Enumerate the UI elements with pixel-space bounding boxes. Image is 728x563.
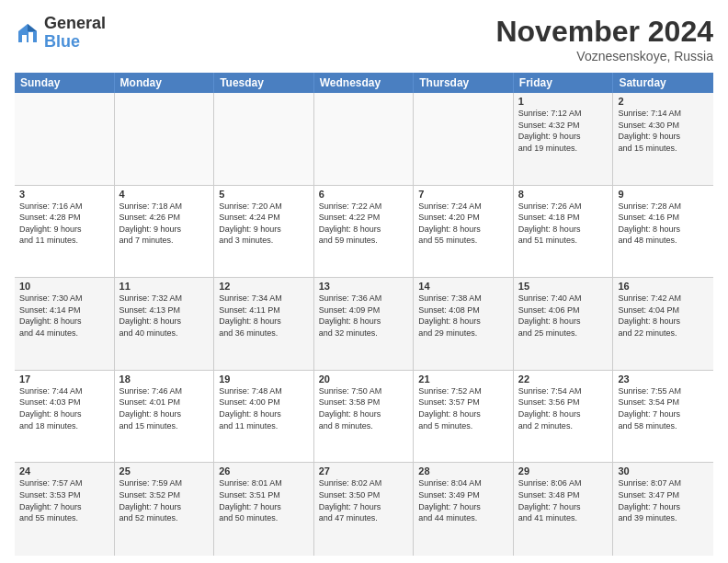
cal-cell-r0-c5: 1Sunrise: 7:12 AM Sunset: 4:32 PM Daylig… bbox=[514, 93, 614, 185]
svg-marker-1 bbox=[28, 24, 37, 31]
cal-cell-r4-c3: 27Sunrise: 8:02 AM Sunset: 3:50 PM Dayli… bbox=[314, 463, 415, 556]
cal-row-3: 17Sunrise: 7:44 AM Sunset: 4:03 PM Dayli… bbox=[15, 371, 713, 464]
cal-cell-r1-c4: 7Sunrise: 7:24 AM Sunset: 4:20 PM Daylig… bbox=[414, 186, 514, 278]
day-number: 24 bbox=[19, 465, 109, 477]
day-info: Sunrise: 8:01 AM Sunset: 3:51 PM Dayligh… bbox=[219, 477, 309, 523]
day-number: 1 bbox=[518, 96, 609, 107]
day-number: 13 bbox=[319, 281, 409, 292]
cal-cell-r3-c0: 17Sunrise: 7:44 AM Sunset: 4:03 PM Dayli… bbox=[15, 371, 115, 463]
cal-cell-r2-c6: 16Sunrise: 7:42 AM Sunset: 4:04 PM Dayli… bbox=[613, 278, 713, 370]
day-number: 9 bbox=[618, 189, 709, 200]
cal-cell-r0-c0 bbox=[15, 93, 115, 185]
cal-cell-r3-c6: 23Sunrise: 7:55 AM Sunset: 3:54 PM Dayli… bbox=[613, 371, 713, 463]
day-info: Sunrise: 7:55 AM Sunset: 3:54 PM Dayligh… bbox=[618, 385, 709, 431]
day-info: Sunrise: 7:28 AM Sunset: 4:16 PM Dayligh… bbox=[618, 201, 709, 247]
cal-cell-r2-c4: 14Sunrise: 7:38 AM Sunset: 4:08 PM Dayli… bbox=[414, 278, 514, 370]
location: Voznesenskoye, Russia bbox=[495, 49, 713, 63]
day-number: 18 bbox=[119, 373, 210, 385]
day-info: Sunrise: 7:12 AM Sunset: 4:32 PM Dayligh… bbox=[518, 108, 609, 154]
cal-cell-r1-c0: 3Sunrise: 7:16 AM Sunset: 4:28 PM Daylig… bbox=[15, 186, 115, 278]
svg-rect-3 bbox=[28, 32, 33, 42]
day-number: 7 bbox=[418, 189, 508, 200]
day-number: 17 bbox=[19, 373, 109, 385]
day-info: Sunrise: 7:42 AM Sunset: 4:04 PM Dayligh… bbox=[618, 293, 709, 339]
header: General Blue November 2024 Voznesenskoye… bbox=[15, 15, 713, 63]
cal-cell-r0-c4 bbox=[414, 93, 514, 185]
cal-cell-r2-c1: 11Sunrise: 7:32 AM Sunset: 4:13 PM Dayli… bbox=[115, 278, 215, 370]
day-info: Sunrise: 7:18 AM Sunset: 4:26 PM Dayligh… bbox=[119, 201, 210, 247]
day-info: Sunrise: 7:34 AM Sunset: 4:11 PM Dayligh… bbox=[219, 293, 309, 339]
cal-cell-r4-c2: 26Sunrise: 8:01 AM Sunset: 3:51 PM Dayli… bbox=[214, 463, 314, 556]
day-number: 25 bbox=[119, 465, 210, 477]
logo-text: General Blue bbox=[44, 15, 106, 52]
day-number: 4 bbox=[119, 189, 210, 200]
day-info: Sunrise: 8:02 AM Sunset: 3:50 PM Dayligh… bbox=[319, 477, 409, 523]
svg-rect-2 bbox=[22, 35, 27, 42]
day-number: 29 bbox=[518, 465, 609, 477]
cal-cell-r3-c5: 22Sunrise: 7:54 AM Sunset: 3:56 PM Dayli… bbox=[514, 371, 614, 463]
day-number: 21 bbox=[418, 373, 508, 385]
day-number: 28 bbox=[418, 465, 508, 477]
day-info: Sunrise: 7:30 AM Sunset: 4:14 PM Dayligh… bbox=[19, 293, 109, 339]
logo: General Blue bbox=[15, 15, 106, 52]
cal-cell-r3-c4: 21Sunrise: 7:52 AM Sunset: 3:57 PM Dayli… bbox=[414, 371, 514, 463]
cal-cell-r4-c5: 29Sunrise: 8:06 AM Sunset: 3:48 PM Dayli… bbox=[514, 463, 614, 556]
day-number: 30 bbox=[618, 465, 709, 477]
day-info: Sunrise: 7:48 AM Sunset: 4:00 PM Dayligh… bbox=[219, 385, 309, 431]
day-info: Sunrise: 8:06 AM Sunset: 3:48 PM Dayligh… bbox=[518, 477, 609, 523]
day-number: 26 bbox=[219, 465, 309, 477]
cal-cell-r4-c1: 25Sunrise: 7:59 AM Sunset: 3:52 PM Dayli… bbox=[115, 463, 215, 556]
day-number: 8 bbox=[518, 189, 609, 200]
header-monday: Monday bbox=[115, 73, 215, 93]
day-number: 11 bbox=[119, 281, 210, 292]
calendar-body: 1Sunrise: 7:12 AM Sunset: 4:32 PM Daylig… bbox=[15, 93, 713, 556]
cal-cell-r0-c6: 2Sunrise: 7:14 AM Sunset: 4:30 PM Daylig… bbox=[613, 93, 713, 185]
header-saturday: Saturday bbox=[613, 73, 713, 93]
cal-cell-r1-c3: 6Sunrise: 7:22 AM Sunset: 4:22 PM Daylig… bbox=[314, 186, 415, 278]
day-info: Sunrise: 7:24 AM Sunset: 4:20 PM Dayligh… bbox=[418, 201, 508, 247]
day-info: Sunrise: 7:52 AM Sunset: 3:57 PM Dayligh… bbox=[418, 385, 508, 431]
month-title: November 2024 bbox=[495, 15, 713, 49]
header-thursday: Thursday bbox=[414, 73, 514, 93]
day-number: 14 bbox=[418, 281, 508, 292]
day-number: 2 bbox=[618, 96, 709, 107]
day-number: 20 bbox=[319, 373, 409, 385]
cal-row-1: 3Sunrise: 7:16 AM Sunset: 4:28 PM Daylig… bbox=[15, 186, 713, 279]
cal-cell-r2-c3: 13Sunrise: 7:36 AM Sunset: 4:09 PM Dayli… bbox=[314, 278, 415, 370]
day-info: Sunrise: 7:57 AM Sunset: 3:53 PM Dayligh… bbox=[19, 477, 109, 523]
header-wednesday: Wednesday bbox=[314, 73, 415, 93]
day-info: Sunrise: 7:59 AM Sunset: 3:52 PM Dayligh… bbox=[119, 477, 210, 523]
cal-cell-r0-c1 bbox=[115, 93, 215, 185]
cal-cell-r1-c6: 9Sunrise: 7:28 AM Sunset: 4:16 PM Daylig… bbox=[613, 186, 713, 278]
day-info: Sunrise: 7:22 AM Sunset: 4:22 PM Dayligh… bbox=[319, 201, 409, 247]
day-number: 15 bbox=[518, 281, 609, 292]
calendar: Sunday Monday Tuesday Wednesday Thursday… bbox=[15, 73, 713, 556]
day-info: Sunrise: 7:50 AM Sunset: 3:58 PM Dayligh… bbox=[319, 385, 409, 431]
day-info: Sunrise: 7:38 AM Sunset: 4:08 PM Dayligh… bbox=[418, 293, 508, 339]
page: General Blue November 2024 Voznesenskoye… bbox=[0, 0, 728, 563]
day-number: 3 bbox=[19, 189, 109, 200]
day-number: 27 bbox=[319, 465, 409, 477]
cal-cell-r1-c5: 8Sunrise: 7:26 AM Sunset: 4:18 PM Daylig… bbox=[514, 186, 614, 278]
cal-cell-r1-c1: 4Sunrise: 7:18 AM Sunset: 4:26 PM Daylig… bbox=[115, 186, 215, 278]
day-info: Sunrise: 7:16 AM Sunset: 4:28 PM Dayligh… bbox=[19, 201, 109, 247]
day-number: 19 bbox=[219, 373, 309, 385]
cal-cell-r4-c0: 24Sunrise: 7:57 AM Sunset: 3:53 PM Dayli… bbox=[15, 463, 115, 556]
day-info: Sunrise: 7:32 AM Sunset: 4:13 PM Dayligh… bbox=[119, 293, 210, 339]
cal-cell-r1-c2: 5Sunrise: 7:20 AM Sunset: 4:24 PM Daylig… bbox=[214, 186, 314, 278]
day-info: Sunrise: 7:36 AM Sunset: 4:09 PM Dayligh… bbox=[319, 293, 409, 339]
cal-cell-r3-c1: 18Sunrise: 7:46 AM Sunset: 4:01 PM Dayli… bbox=[115, 371, 215, 463]
day-info: Sunrise: 8:07 AM Sunset: 3:47 PM Dayligh… bbox=[618, 477, 709, 523]
cal-cell-r3-c2: 19Sunrise: 7:48 AM Sunset: 4:00 PM Dayli… bbox=[214, 371, 314, 463]
day-info: Sunrise: 7:14 AM Sunset: 4:30 PM Dayligh… bbox=[618, 108, 709, 154]
calendar-header: Sunday Monday Tuesday Wednesday Thursday… bbox=[15, 73, 713, 93]
cal-cell-r0-c3 bbox=[314, 93, 415, 185]
day-info: Sunrise: 7:46 AM Sunset: 4:01 PM Dayligh… bbox=[119, 385, 210, 431]
cal-cell-r2-c2: 12Sunrise: 7:34 AM Sunset: 4:11 PM Dayli… bbox=[214, 278, 314, 370]
day-info: Sunrise: 7:20 AM Sunset: 4:24 PM Dayligh… bbox=[219, 201, 309, 247]
cal-cell-r0-c2 bbox=[214, 93, 314, 185]
cal-cell-r3-c3: 20Sunrise: 7:50 AM Sunset: 3:58 PM Dayli… bbox=[314, 371, 415, 463]
cal-row-0: 1Sunrise: 7:12 AM Sunset: 4:32 PM Daylig… bbox=[15, 93, 713, 186]
day-info: Sunrise: 7:40 AM Sunset: 4:06 PM Dayligh… bbox=[518, 293, 609, 339]
day-number: 10 bbox=[19, 281, 109, 292]
